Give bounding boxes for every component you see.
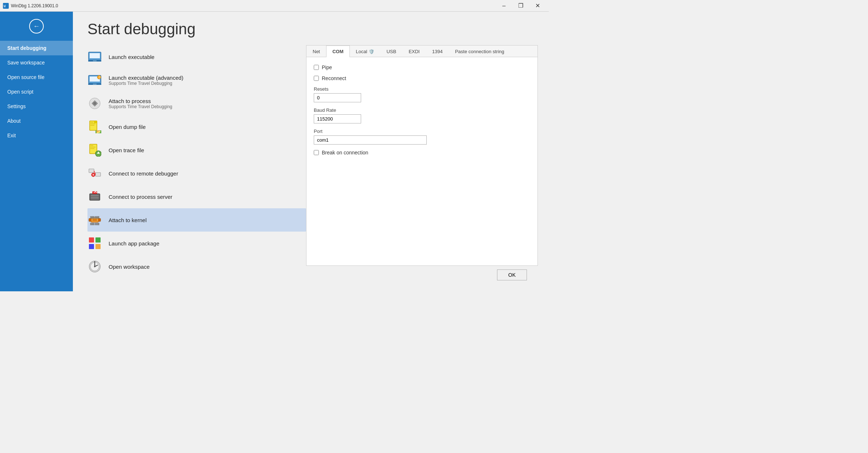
menu-item-launch-executable-advanced[interactable]: ⏱ Launch executable (advanced) Supports … [87,68,306,92]
com-tab-content: Pipe Reconnect Resets Baud Rate [306,57,537,265]
ok-button[interactable]: OK [497,269,527,280]
main-content: Start debugging [73,12,549,291]
menu-item-attach-to-kernel[interactable]: Attach to kernel [87,208,306,232]
sidebar-label-about: About [7,118,21,124]
menu-item-open-workspace[interactable]: Open workspace [87,255,306,278]
sidebar-item-start-debugging[interactable]: Start debugging [0,41,73,55]
launch-executable-advanced-text: Launch executable (advanced) Supports Ti… [109,75,183,86]
back-button[interactable]: ← [29,19,44,34]
sidebar-item-about[interactable]: About [0,114,73,128]
svg-rect-36 [90,216,91,218]
connect-to-remote-debugger-text: Connect to remote debugger [109,170,178,177]
svg-rect-5 [93,60,97,61]
launch-executable-advanced-icon: ⏱ [87,73,102,87]
connect-to-process-server-icon [87,189,102,204]
sidebar: ← Start debugging Save workspace Open so… [0,12,73,291]
svg-rect-38 [93,216,94,218]
title-bar: W WinDbg 1.2206.19001.0 – ❐ ✕ [0,0,549,12]
minimize-button[interactable]: – [496,0,512,12]
sidebar-item-open-source-file[interactable]: Open source file [0,70,73,84]
svg-rect-44 [93,223,94,225]
reconnect-label: Reconnect [322,75,346,81]
menu-scroll: Launch executable ⏱ [73,45,306,284]
menu-item-attach-to-process[interactable]: Attach to process Supports Time Travel D… [87,92,306,115]
attach-to-kernel-text: Attach to kernel [109,217,146,223]
tab-local[interactable]: Local 🛡️ [350,46,380,57]
page-title: Start debugging [73,12,549,45]
close-button[interactable]: ✕ [529,0,546,12]
attach-to-process-icon [87,96,102,111]
connect-to-remote-debugger-icon [87,166,102,181]
open-workspace-label: Open workspace [109,264,150,270]
menu-item-launch-executable[interactable]: Launch executable [87,45,306,68]
menu-panel: Launch executable ⏱ [73,45,306,284]
break-on-connection-label: Break on connection [322,150,368,155]
launch-app-package-text: Launch app package [109,240,159,247]
open-workspace-icon [87,259,102,274]
connect-to-process-server-text: Connect to process server [109,194,172,200]
svg-text:W: W [4,4,6,8]
svg-text:⏱: ⏱ [98,76,101,79]
resets-input[interactable] [314,93,361,102]
svg-rect-37 [92,216,93,218]
svg-rect-21 [90,147,95,147]
svg-rect-29 [91,197,99,198]
launch-executable-text: Launch executable [109,54,155,60]
sidebar-label-save-workspace: Save workspace [7,60,45,66]
sidebar-item-exit[interactable]: Exit [0,128,73,143]
svg-text:📂: 📂 [96,129,101,133]
attach-to-process-text: Attach to process Supports Time Travel D… [109,98,172,109]
pipe-row: Pipe [314,64,530,70]
sidebar-label-open-source-file: Open source file [7,74,44,80]
tab-exdi[interactable]: EXDI [402,46,426,57]
sidebar-item-settings[interactable]: Settings [0,99,73,114]
port-label: Port [314,129,530,134]
menu-item-open-trace-file[interactable]: Open trace file [87,138,306,162]
tab-paste-connection-string[interactable]: Paste connection string [449,46,511,57]
menu-item-connect-to-process-server[interactable]: Connect to process server [87,185,306,208]
tab-net[interactable]: Net [306,46,326,57]
launch-executable-advanced-sublabel: Supports Time Travel Debugging [109,81,183,86]
svg-rect-24 [89,169,94,173]
tab-1394-label: 1394 [432,49,443,54]
reconnect-checkbox[interactable] [314,76,319,81]
maximize-button[interactable]: ❐ [512,0,529,12]
open-workspace-text: Open workspace [109,264,150,270]
baud-rate-input[interactable] [314,114,361,123]
svg-rect-50 [89,244,94,249]
tab-usb[interactable]: USB [380,46,403,57]
open-trace-file-text: Open trace file [109,147,144,153]
svg-rect-41 [98,216,99,218]
svg-point-13 [93,102,96,105]
port-group: Port [314,129,530,145]
reconnect-row: Reconnect [314,75,530,81]
open-trace-file-icon [87,143,102,157]
sidebar-item-open-script[interactable]: Open script [0,84,73,99]
tab-local-label: Local [356,49,367,54]
tabs: Net COM Local 🛡️ USB EXDI [306,46,537,57]
tab-com[interactable]: COM [326,46,349,57]
menu-item-open-dump-file[interactable]: 📂 Open dump file [87,115,306,138]
app-title: WinDbg 1.2206.19001.0 [11,3,58,8]
break-on-connection-checkbox[interactable] [314,150,319,155]
resets-group: Resets [314,86,530,102]
open-dump-file-label: Open dump file [109,124,146,130]
sidebar-item-save-workspace[interactable]: Save workspace [0,55,73,70]
tab-exdi-label: EXDI [408,49,419,54]
svg-rect-25 [95,173,101,176]
tab-1394[interactable]: 1394 [426,46,449,57]
svg-rect-51 [95,244,101,249]
port-input[interactable] [314,135,427,145]
menu-item-connect-to-remote-debugger[interactable]: Connect to remote debugger [87,162,306,185]
svg-rect-22 [90,148,94,149]
svg-rect-30 [91,198,99,199]
svg-rect-46 [97,223,98,225]
menu-item-launch-app-package[interactable]: Launch app package [87,232,306,255]
sidebar-label-start-debugging: Start debugging [7,45,46,51]
content-body: Launch executable ⏱ [73,45,549,291]
svg-point-56 [94,266,95,267]
tab-container: Net COM Local 🛡️ USB EXDI [306,45,538,266]
shield-icon: 🛡️ [369,49,374,54]
pipe-checkbox[interactable] [314,65,319,70]
svg-rect-35 [93,219,97,221]
